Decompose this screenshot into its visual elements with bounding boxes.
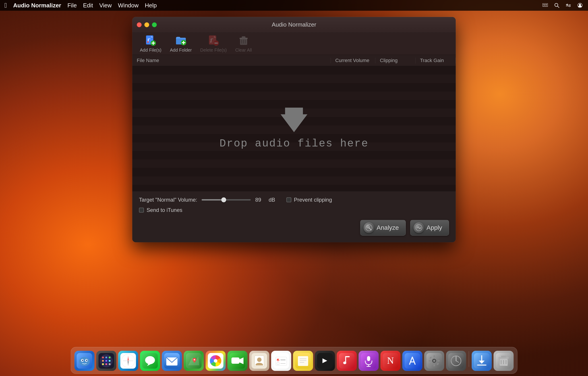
svg-rect-1 bbox=[543, 4, 544, 4]
svg-point-106 bbox=[343, 362, 346, 364]
apply-button[interactable]: Apply bbox=[410, 220, 449, 236]
svg-point-67 bbox=[109, 363, 111, 365]
svg-rect-42 bbox=[245, 40, 246, 44]
dock-item-reminders[interactable] bbox=[271, 351, 291, 371]
minimize-button[interactable] bbox=[144, 22, 149, 27]
svg-point-48 bbox=[419, 227, 419, 228]
svg-rect-105 bbox=[345, 356, 350, 357]
close-button[interactable] bbox=[137, 22, 142, 27]
dock-item-podcasts[interactable] bbox=[359, 351, 379, 371]
svg-rect-85 bbox=[231, 357, 240, 364]
svg-rect-119 bbox=[434, 364, 435, 366]
dock-item-time-machine[interactable] bbox=[446, 351, 466, 371]
dock-item-finder[interactable] bbox=[74, 351, 94, 371]
search-icon[interactable] bbox=[553, 2, 560, 9]
svg-line-9 bbox=[557, 6, 559, 8]
dock-item-maps[interactable] bbox=[184, 351, 204, 371]
edit-menu[interactable]: Edit bbox=[83, 2, 93, 9]
view-menu[interactable]: View bbox=[99, 2, 112, 9]
dock-item-photos[interactable] bbox=[206, 351, 226, 371]
app-window: Audio Normalizer bbox=[132, 17, 456, 242]
svg-rect-33 bbox=[211, 39, 213, 39]
dock-item-mail[interactable] bbox=[162, 351, 182, 371]
svg-point-75 bbox=[145, 356, 155, 364]
svg-rect-103 bbox=[339, 353, 355, 369]
svg-rect-3 bbox=[545, 4, 546, 4]
delete-files-label: Delete File(s) bbox=[200, 48, 227, 53]
analyze-button[interactable]: Analyze bbox=[360, 220, 406, 236]
apply-label: Apply bbox=[427, 224, 442, 231]
send-to-itunes-checkbox[interactable] bbox=[139, 208, 144, 212]
fullscreen-button[interactable] bbox=[152, 22, 157, 27]
svg-point-17 bbox=[579, 4, 581, 6]
window-menu[interactable]: Window bbox=[118, 2, 138, 9]
file-menu[interactable]: File bbox=[67, 2, 77, 9]
dock-item-facetime[interactable] bbox=[228, 351, 248, 371]
menubar:  Audio Normalizer File Edit View Window… bbox=[0, 0, 588, 11]
svg-rect-118 bbox=[434, 355, 435, 357]
drop-arrow-icon bbox=[281, 108, 307, 132]
keyboard-icon bbox=[542, 2, 549, 9]
apple-menu[interactable]:  bbox=[4, 1, 7, 9]
delete-files-button[interactable]: Delete File(s) bbox=[197, 33, 230, 55]
add-files-icon bbox=[145, 35, 156, 46]
window-title: Audio Normalizer bbox=[272, 21, 316, 28]
dock-separator bbox=[469, 351, 469, 367]
volume-slider-container[interactable] bbox=[202, 199, 251, 200]
dock-item-appstore[interactable] bbox=[402, 351, 422, 371]
volume-label: Target "Normal" Volume: bbox=[139, 197, 197, 203]
bottom-controls: Target "Normal" Volume: 89 dB Prevent cl… bbox=[132, 191, 456, 242]
dock: ▶ bbox=[71, 347, 517, 374]
svg-point-64 bbox=[109, 360, 111, 362]
svg-point-81 bbox=[194, 359, 195, 360]
column-gain: Track Gain bbox=[416, 58, 456, 63]
volume-slider-fill bbox=[202, 199, 224, 200]
traffic-lights bbox=[137, 22, 157, 27]
add-files-button[interactable]: Add File(s) bbox=[137, 33, 165, 55]
app-name-menu[interactable]: Audio Normalizer bbox=[13, 2, 61, 9]
dock-item-launchpad[interactable] bbox=[96, 351, 116, 371]
svg-rect-5 bbox=[543, 5, 544, 5]
column-filename: File Name bbox=[132, 58, 331, 63]
svg-point-61 bbox=[109, 357, 111, 358]
table-header: File Name Current Volume Clipping Track … bbox=[132, 55, 456, 66]
add-folder-icon bbox=[175, 35, 187, 46]
column-volume: Current Volume bbox=[331, 58, 375, 63]
dock-item-news[interactable]: N bbox=[380, 351, 401, 371]
titlebar: Audio Normalizer bbox=[132, 17, 456, 33]
volume-slider-track[interactable] bbox=[202, 199, 251, 200]
dock-item-notes[interactable] bbox=[293, 351, 313, 371]
dock-item-contacts[interactable] bbox=[249, 351, 270, 371]
itunes-row: Send to iTunes bbox=[139, 207, 449, 213]
svg-line-45 bbox=[369, 228, 371, 230]
svg-rect-36 bbox=[214, 43, 218, 44]
dock-item-music[interactable] bbox=[337, 351, 357, 371]
dock-item-trash[interactable] bbox=[494, 351, 514, 371]
analyze-icon bbox=[364, 222, 374, 233]
svg-rect-26 bbox=[151, 43, 155, 44]
svg-point-47 bbox=[417, 227, 418, 228]
help-menu[interactable]: Help bbox=[145, 2, 157, 9]
clear-all-button[interactable]: Clear All bbox=[232, 33, 255, 55]
volume-row: Target "Normal" Volume: 89 dB Prevent cl… bbox=[139, 197, 449, 203]
prevent-clipping-container: Prevent clipping bbox=[286, 197, 332, 203]
file-list[interactable]: Drop audio files here bbox=[132, 66, 456, 191]
volume-slider-thumb[interactable] bbox=[221, 197, 226, 202]
svg-text:▶: ▶ bbox=[323, 357, 327, 364]
toolbar: Add File(s) Add Folder bbox=[132, 33, 456, 55]
dock-item-downloads[interactable] bbox=[472, 351, 492, 371]
dock-item-system-preferences[interactable] bbox=[424, 351, 444, 371]
add-folder-button[interactable]: Add Folder bbox=[167, 33, 195, 55]
dock-item-appletv[interactable]: ▶ bbox=[315, 351, 335, 371]
svg-point-11 bbox=[569, 5, 570, 7]
prevent-clipping-checkbox[interactable] bbox=[286, 197, 291, 202]
control-center-icon[interactable] bbox=[565, 2, 572, 9]
dock-item-safari[interactable] bbox=[118, 351, 138, 371]
dock-item-messages[interactable] bbox=[140, 351, 160, 371]
svg-point-65 bbox=[102, 363, 104, 365]
svg-rect-39 bbox=[242, 36, 245, 38]
add-folder-label: Add Folder bbox=[170, 48, 192, 53]
user-icon[interactable] bbox=[576, 2, 584, 9]
drop-area[interactable]: Drop audio files here bbox=[132, 66, 456, 191]
clear-all-label: Clear All bbox=[235, 48, 252, 53]
